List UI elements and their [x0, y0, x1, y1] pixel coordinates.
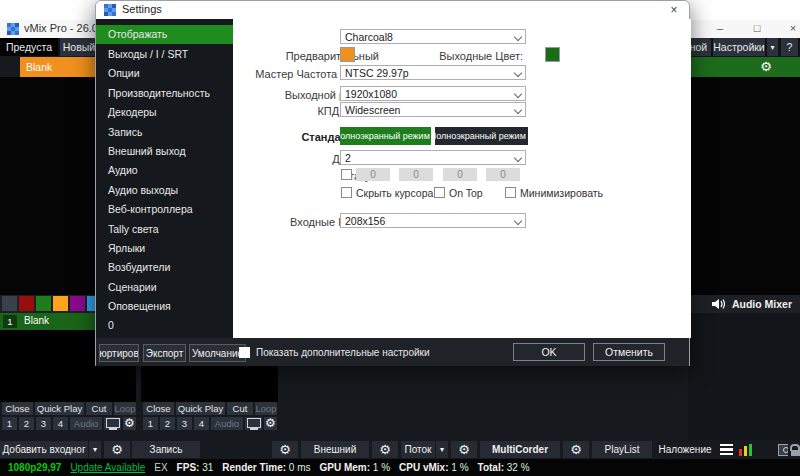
close-button[interactable]: Close [143, 402, 174, 415]
output-size-select[interactable]: 1920x1080 [340, 86, 526, 101]
transition-4-button[interactable]: 4 [194, 417, 209, 430]
audio-button[interactable]: Audio [70, 417, 102, 430]
close-icon[interactable]: × [778, 20, 800, 38]
sidebar-item-tally[interactable]: Tally света [96, 220, 233, 239]
quick-play-button[interactable]: Quick Play [35, 402, 84, 415]
audio-button[interactable]: Audio [211, 417, 243, 430]
status-field-2[interactable]: 0 [399, 168, 433, 181]
sidebar-item-zero[interactable]: 0 [96, 316, 233, 335]
tab-presets[interactable]: Предуста [0, 38, 58, 56]
input-color-swatch[interactable] [36, 296, 51, 311]
new-button[interactable]: Новый [60, 38, 98, 56]
dialog-close-icon[interactable]: × [665, 2, 683, 18]
advanced-settings-checkbox[interactable] [239, 347, 250, 358]
sidebar-item-recording[interactable]: Запись [96, 123, 233, 142]
sidebar-item-scripting[interactable]: Сценарии [96, 278, 233, 297]
input-settings-gear-icon[interactable]: ⚙ [264, 417, 277, 430]
vmix-logo-icon [7, 23, 19, 35]
playlist-settings-gear-icon[interactable]: ⚙ [563, 441, 589, 458]
lock-icon[interactable] [788, 441, 800, 458]
transition-1-button[interactable]: 1 [2, 417, 17, 430]
sidebar-item-outputs[interactable]: Выходы / I / SRT [96, 45, 233, 64]
record-settings-gear-icon[interactable]: ⚙ [104, 441, 130, 458]
close-button[interactable]: Close [2, 402, 33, 415]
sidebar-item-activators[interactable]: Возбудители [96, 258, 233, 277]
record-button[interactable]: Запись [132, 441, 200, 458]
status-field-3[interactable]: 0 [443, 168, 477, 181]
transition-2-button[interactable]: 2 [19, 417, 34, 430]
preview-color-swatch[interactable] [340, 47, 355, 62]
playlist-button[interactable]: PlayList [592, 441, 652, 458]
hide-cursor-checkbox[interactable] [341, 187, 352, 198]
add-input-dropdown-icon[interactable]: ▾ [89, 441, 101, 458]
sidebar-item-options[interactable]: Опции [96, 64, 233, 83]
input-color-swatch[interactable] [53, 296, 68, 311]
minimize-checkbox[interactable] [505, 187, 516, 198]
cut-button[interactable]: Cut [227, 402, 253, 415]
dialog-footer: юртиров Экспорт Умолчание Показать допол… [96, 338, 689, 366]
sidebar-item-audio-out[interactable]: Аудио выходы [96, 181, 233, 200]
sidebar-item-decoders[interactable]: Декодеры [96, 103, 233, 122]
multicorder-settings-gear-icon[interactable]: ⚙ [451, 441, 477, 458]
framerate-select[interactable]: NTSC 29.97p [340, 65, 526, 80]
stream-button[interactable]: Поток [401, 441, 435, 458]
audio-mixer-button[interactable]: Audio Mixer [711, 295, 796, 313]
sidebar-item-audio[interactable]: Аудио [96, 161, 233, 180]
help-button[interactable]: ? [781, 38, 798, 56]
import-button[interactable]: юртиров [99, 344, 139, 362]
program-gear-icon[interactable]: ⚙ [760, 60, 772, 73]
multicorder-button[interactable]: MultiCorder [480, 441, 560, 458]
status-field-1[interactable]: 0 [356, 168, 390, 181]
multiview-grid-icon[interactable] [756, 441, 774, 458]
sidebar-item-external[interactable]: Внешний выход [96, 142, 233, 161]
quick-play-button[interactable]: Quick Play [176, 402, 225, 415]
on-top-checkbox[interactable] [434, 187, 445, 198]
transition-1-button[interactable]: 1 [143, 417, 158, 430]
update-link[interactable]: Update Available [70, 462, 145, 473]
stream-settings-gear-icon[interactable]: ⚙ [372, 441, 398, 458]
add-input-button[interactable]: Добавить входног [0, 441, 88, 458]
fullscreen-monitor-button[interactable] [104, 417, 121, 430]
cut-button[interactable]: Cut [86, 402, 112, 415]
default-button[interactable]: Умолчание [189, 344, 246, 362]
sidebar-item-web[interactable]: Веб-контроллера [96, 200, 233, 219]
sidebar-item-performance[interactable]: Производительность [96, 84, 233, 103]
aspect-select[interactable]: Widescreen [340, 102, 526, 117]
sidebar-item-alerts[interactable]: Оповещения [96, 297, 233, 316]
transition-4-button[interactable]: 4 [53, 417, 68, 430]
loop-button[interactable]: Loop [114, 402, 136, 415]
sidebar-item-shortcuts[interactable]: Ярлыки [96, 239, 233, 258]
status-checkbox[interactable] [341, 169, 352, 180]
status-field-4[interactable]: 0 [486, 168, 520, 181]
fullscreen-monitor-button[interactable] [245, 417, 262, 430]
maximize-icon[interactable]: □ [742, 20, 772, 38]
stream-dropdown-icon[interactable]: ▾ [436, 441, 448, 458]
display-select[interactable]: 2 [340, 150, 526, 165]
settings-dropdown-icon[interactable]: ▾ [767, 38, 778, 56]
external-settings-gear-icon[interactable]: ⚙ [272, 441, 298, 458]
overlay-button[interactable]: Наложение [654, 441, 716, 458]
settings-button[interactable]: Настройки [713, 38, 765, 56]
loop-button[interactable]: Loop [255, 402, 277, 415]
minimize-icon[interactable]: – [705, 20, 735, 38]
external-button[interactable]: Внешний [301, 441, 369, 458]
transition-3-button[interactable]: 3 [36, 417, 51, 430]
output-color-swatch[interactable] [545, 47, 560, 62]
ok-button[interactable]: OK [513, 343, 585, 361]
input-size-select[interactable]: 208x156 [340, 213, 526, 228]
transition-3-button[interactable]: 3 [177, 417, 192, 430]
input-color-swatch[interactable] [70, 296, 85, 311]
audio-levels-icon[interactable] [738, 441, 753, 458]
sidebar-item-display[interactable]: Отображать [96, 25, 233, 44]
theme-select[interactable]: Charcoal8 [340, 29, 526, 44]
transition-2-button[interactable]: 2 [160, 417, 175, 430]
fullscreen-1-button[interactable]: Полноэкранный режим 1 [340, 127, 431, 145]
input-color-swatch[interactable] [2, 296, 17, 311]
menu-icon[interactable] [718, 441, 735, 458]
preview-bar[interactable]: Blank [20, 57, 97, 77]
cancel-button[interactable]: Отменить [593, 343, 665, 361]
input-color-swatch[interactable] [19, 296, 34, 311]
input-settings-gear-icon[interactable]: ⚙ [123, 417, 136, 430]
export-button[interactable]: Экспорт [143, 344, 186, 362]
fullscreen-2-button[interactable]: Полноэкранный режим 2 [435, 127, 528, 145]
